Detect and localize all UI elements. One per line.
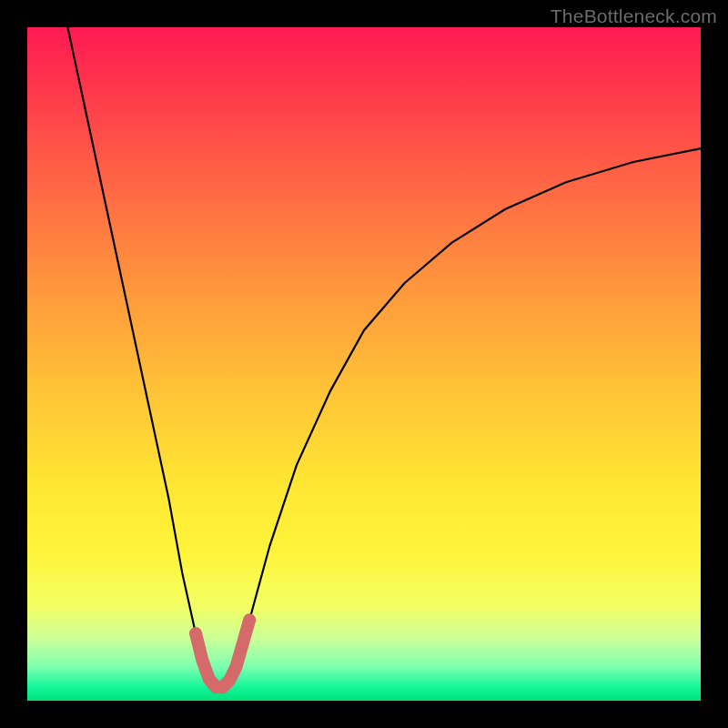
chart-canvas: [27, 27, 701, 701]
bottleneck-curve: [67, 27, 701, 687]
watermark-text: TheBottleneck.com: [551, 5, 717, 27]
highlight-valley: [196, 620, 249, 687]
bottleneck-plot: [27, 27, 701, 701]
